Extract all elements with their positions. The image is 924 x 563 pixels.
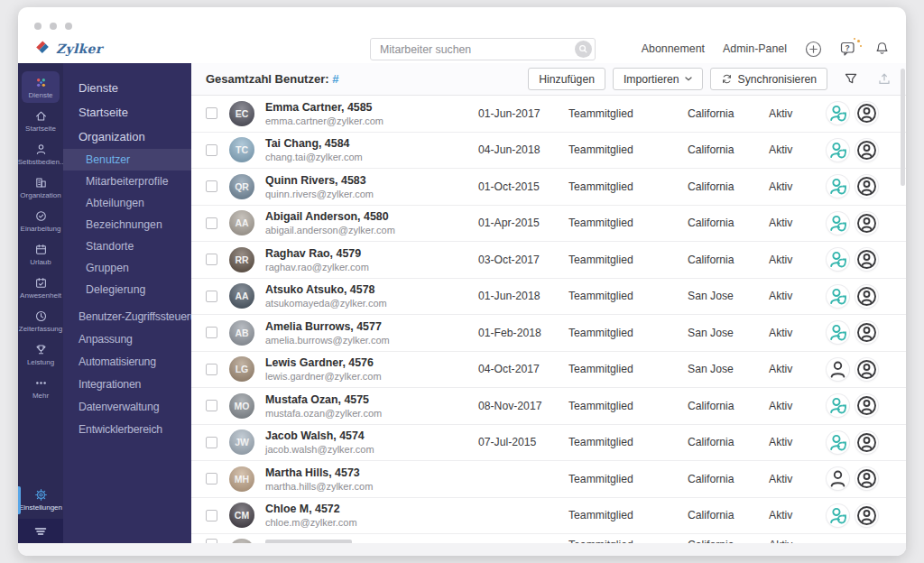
reinvite-user-icon[interactable] [827, 175, 849, 198]
reinvite-user-icon[interactable] [827, 285, 849, 308]
sidebar-item-organization[interactable]: Organization [63, 125, 191, 149]
row-checkbox[interactable] [206, 327, 217, 338]
user-identity[interactable]: Emma Cartner, 4585emma.cartner@zylker.co… [265, 100, 478, 127]
user-identity[interactable]: Chloe M, 4572chloe.m@zylker.com [265, 502, 478, 529]
zylker-logo[interactable]: Zylker [34, 39, 102, 59]
sidebar-item-benutzer-zugriffssteuerung[interactable]: Benutzer-Zugriffssteuerung [63, 305, 191, 328]
row-checkbox[interactable] [206, 107, 217, 119]
sidebar-item-standorte[interactable]: Standorte [63, 235, 191, 257]
window-maximize-button[interactable] [65, 23, 72, 30]
sidebar-item-abteilungen[interactable]: Abteilungen [63, 192, 191, 214]
import-button[interactable]: Importieren [613, 68, 703, 90]
user-profile-icon[interactable] [855, 248, 878, 271]
reinvite-user-icon[interactable] [827, 248, 849, 271]
user-identity[interactable]: Amelia Burrows, 4577amelia.burrows@zylke… [265, 319, 478, 346]
row-checkbox[interactable] [206, 364, 217, 375]
reinvite-user-icon[interactable] [827, 102, 849, 125]
reinvite-user-icon[interactable] [827, 467, 849, 490]
row-checkbox[interactable] [206, 144, 217, 156]
user-profile-icon[interactable] [855, 358, 878, 381]
row-checkbox[interactable] [206, 510, 217, 521]
user-identity[interactable]: Martha Hills, 4573martha.hills@zylker.co… [265, 466, 478, 493]
user-identity[interactable]: Atsuko Atsuko, 4578atsukomayeda@zylker.c… [265, 282, 478, 309]
row-checkbox[interactable] [206, 291, 217, 302]
sidebar-item-benutzer[interactable]: Benutzer [63, 149, 191, 171]
row-checkbox[interactable] [206, 180, 217, 192]
reinvite-user-icon[interactable] [827, 139, 849, 162]
user-location: San Jose [688, 327, 769, 339]
sidebar-item-gruppen[interactable]: Gruppen [63, 257, 191, 279]
user-identity[interactable]: Tai Chang, 4584chang.tai@zylker.com [265, 136, 478, 163]
rail-item-einstellungen[interactable]: Einstellungen [18, 482, 63, 519]
admin-panel-link[interactable]: Admin-Panel [723, 42, 787, 55]
reinvite-user-icon[interactable] [827, 431, 849, 454]
table-row-partial: TeammitgliedCaliforniaAktiv [191, 534, 906, 543]
avatar: AA [229, 210, 254, 235]
export-icon[interactable] [877, 72, 892, 86]
user-identity[interactable]: Abigail Anderson, 4580abigail.anderson@z… [265, 209, 478, 236]
user-role: Teammitglied [568, 107, 688, 120]
user-profile-icon[interactable] [855, 102, 878, 125]
sidebar-item-mitarbeiterprofile[interactable]: Mitarbeiterprofile [63, 171, 191, 192]
collapse-menu-icon[interactable] [18, 519, 63, 543]
sidebar-item-delegierung[interactable]: Delegierung [63, 279, 191, 300]
sidebar-item-datenverwaltung[interactable]: Datenverwaltung [63, 395, 191, 418]
row-checkbox[interactable] [206, 400, 217, 411]
filter-icon[interactable] [844, 72, 858, 86]
user-profile-icon[interactable] [855, 285, 878, 308]
bell-icon[interactable] [874, 41, 890, 57]
sidebar-item-bezeichnungen[interactable]: Bezeichnungen [63, 214, 191, 235]
rail-item-mehr[interactable]: Mehr [22, 372, 60, 403]
row-checkbox[interactable] [206, 254, 217, 265]
rail-item-organization[interactable]: Organization [22, 171, 60, 203]
search-icon[interactable] [575, 41, 592, 58]
row-checkbox[interactable] [206, 437, 217, 448]
user-profile-icon[interactable] [855, 321, 878, 344]
window-close-button[interactable] [34, 23, 42, 30]
user-identity[interactable]: Mustafa Ozan, 4575mustafa.ozan@zylker.co… [265, 392, 478, 420]
user-identity[interactable]: Raghav Rao, 4579raghav.rao@zylker.com [265, 246, 478, 273]
subscription-link[interactable]: Abonnement [642, 42, 705, 55]
reinvite-user-icon[interactable] [827, 358, 849, 381]
user-profile-icon[interactable] [855, 467, 878, 490]
help-bubble-icon[interactable]: ? [840, 42, 856, 57]
user-profile-icon[interactable] [855, 212, 878, 235]
add-button[interactable]: Hinzufügen [528, 68, 605, 90]
user-profile-icon[interactable] [855, 431, 878, 454]
rail-item-dienste[interactable]: Dienste [22, 71, 60, 103]
rail-item-leistung[interactable]: Leistung [22, 338, 60, 370]
plus-circle-icon[interactable] [805, 41, 822, 58]
user-profile-icon[interactable] [855, 139, 878, 162]
row-checkbox[interactable] [206, 473, 217, 485]
rail-item-startseite[interactable]: Startseite [22, 105, 60, 136]
user-email: chang.tai@zylker.com [265, 151, 478, 163]
user-identity[interactable]: Lewis Gardner, 4576lewis.gardner@zylker.… [265, 355, 478, 383]
rail-item-zeiterfassung[interactable]: Zeiterfassung [22, 305, 60, 337]
rail-item-selbstbedien[interactable]: Selbstbedien.. [22, 138, 60, 170]
reinvite-user-icon[interactable] [827, 212, 849, 235]
scrollbar[interactable] [901, 69, 905, 186]
sync-button[interactable]: Synchronisieren [710, 68, 827, 90]
reinvite-user-icon[interactable] [827, 321, 849, 344]
window-minimize-button[interactable] [50, 23, 57, 30]
user-profile-icon[interactable] [855, 504, 878, 527]
rail-item-urlaub[interactable]: Urlaub [22, 238, 60, 270]
rail-item-einarbeitung[interactable]: Einarbeitung [22, 205, 60, 236]
user-profile-icon[interactable] [855, 394, 878, 417]
sidebar-item-anpassung[interactable]: Anpassung [63, 328, 191, 350]
sidebar-item-entwicklerbereich[interactable]: Entwicklerbereich [63, 418, 191, 440]
user-identity[interactable]: Jacob Walsh, 4574jacob.walsh@zylker.com [265, 429, 478, 456]
row-actions [827, 248, 878, 271]
reinvite-user-icon[interactable] [827, 394, 849, 417]
sidebar-item-dienste[interactable]: Dienste [63, 76, 191, 100]
user-identity[interactable]: Quinn Rivers, 4583quinn.rivers@zylker.co… [265, 173, 478, 200]
clock-icon [34, 309, 48, 323]
rail-item-anwesenheit[interactable]: Anwesenheit [22, 272, 60, 303]
sidebar-item-integrationen[interactable]: Integrationen [63, 373, 191, 395]
row-checkbox[interactable] [206, 217, 217, 229]
reinvite-user-icon[interactable] [827, 504, 849, 527]
search-input[interactable] [371, 43, 575, 56]
sidebar-item-startseite[interactable]: Startseite [63, 100, 191, 125]
user-profile-icon[interactable] [855, 175, 878, 198]
sidebar-item-automatisierung[interactable]: Automatisierung [63, 350, 191, 373]
